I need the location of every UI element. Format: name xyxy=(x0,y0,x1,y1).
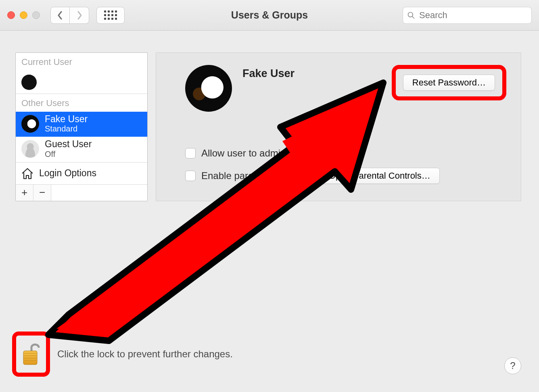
current-user-row[interactable] xyxy=(16,71,147,94)
parental-controls-row: Enable parental controls Open Parental C… xyxy=(185,168,498,184)
current-user-avatar xyxy=(21,75,37,90)
plus-icon: + xyxy=(21,186,27,199)
window-controls xyxy=(7,11,40,19)
forward-button[interactable] xyxy=(70,7,89,24)
user-row-fake-user[interactable]: Fake User Standard xyxy=(16,112,147,137)
user-type-label: Standard xyxy=(45,124,88,133)
titlebar: Users & Groups xyxy=(0,0,539,31)
detail-user-name: Fake User xyxy=(242,67,295,80)
user-row-text: Fake User Standard xyxy=(45,114,88,133)
content-area: Current User Other Users Fake User Stand… xyxy=(0,31,539,201)
other-users-header: Other Users xyxy=(16,94,147,112)
search-icon xyxy=(407,11,415,19)
current-user-header: Current User xyxy=(16,53,147,71)
show-all-prefs-button[interactable] xyxy=(96,7,125,24)
user-row-text: Guest User Off xyxy=(45,139,92,158)
detail-user-avatar[interactable] xyxy=(185,65,232,112)
user-name-label: Fake User xyxy=(45,114,88,124)
user-options: Allow user to administer this computer E… xyxy=(185,148,498,186)
search-field-wrap[interactable] xyxy=(403,7,532,24)
question-mark-icon: ? xyxy=(510,360,515,371)
search-input[interactable] xyxy=(418,10,531,21)
minimize-window-button[interactable] xyxy=(20,11,27,19)
reset-password-button[interactable]: Reset Password… xyxy=(403,75,495,91)
login-options-label: Login Options xyxy=(39,168,96,179)
login-options-row[interactable]: Login Options xyxy=(16,162,147,184)
user-avatar-icon xyxy=(21,140,39,158)
user-name-label: Guest User xyxy=(45,139,92,149)
help-button[interactable]: ? xyxy=(504,357,521,374)
lock-footer: Click the lock to prevent further change… xyxy=(0,332,539,377)
svg-line-1 xyxy=(412,16,414,18)
allow-admin-label: Allow user to administer this computer xyxy=(201,148,365,159)
back-button[interactable] xyxy=(50,7,70,24)
maximize-window-button[interactable] xyxy=(32,11,40,19)
allow-admin-row: Allow user to administer this computer xyxy=(185,148,498,159)
nav-back-forward xyxy=(50,7,89,24)
svg-rect-2 xyxy=(23,351,37,365)
add-remove-bar: + − xyxy=(16,184,147,201)
users-sidebar: Current User Other Users Fake User Stand… xyxy=(15,52,148,201)
chevron-left-icon xyxy=(57,11,63,20)
annotation-lock-highlight xyxy=(12,332,50,377)
unlocked-lock-icon[interactable] xyxy=(21,341,41,367)
user-type-label: Off xyxy=(45,150,92,159)
add-user-button[interactable]: + xyxy=(16,185,33,201)
remove-user-button[interactable]: − xyxy=(33,185,51,201)
annotation-reset-highlight: Reset Password… xyxy=(392,65,506,100)
parental-controls-label: Enable parental controls xyxy=(201,170,306,181)
close-window-button[interactable] xyxy=(7,11,15,19)
lock-hint-text: Click the lock to prevent further change… xyxy=(57,348,233,360)
parental-controls-checkbox[interactable] xyxy=(185,171,196,181)
grid-icon xyxy=(104,10,117,20)
user-avatar-icon xyxy=(21,115,39,133)
allow-admin-checkbox[interactable] xyxy=(185,148,196,158)
open-parental-controls-button[interactable]: Open Parental Controls… xyxy=(320,168,440,184)
minus-icon: − xyxy=(39,186,45,199)
chevron-right-icon xyxy=(76,11,83,20)
user-detail-panel: Fake User Reset Password… Allow user to … xyxy=(156,52,521,201)
user-row-guest-user[interactable]: Guest User Off xyxy=(16,137,147,162)
home-icon xyxy=(21,167,34,180)
